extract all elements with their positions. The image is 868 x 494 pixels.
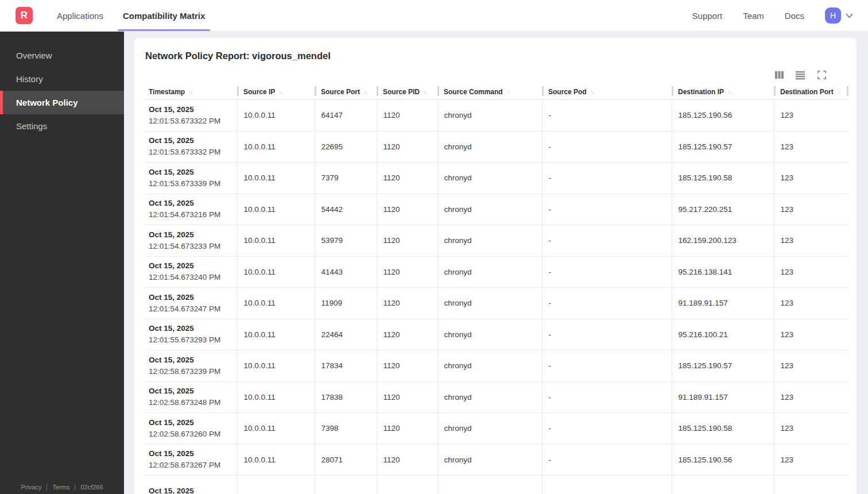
sidebar-item-settings[interactable]: Settings bbox=[0, 114, 124, 138]
cell-source-command: chronyd bbox=[437, 444, 542, 476]
user-menu[interactable]: H bbox=[825, 7, 854, 24]
nav-link-team[interactable]: Team bbox=[743, 11, 764, 21]
cell-source-port: 28071 bbox=[315, 444, 377, 476]
timestamp-time: 12:01:54.673233 PM bbox=[149, 241, 232, 252]
cell-dest-ip: 162.159.200.123 bbox=[672, 225, 774, 257]
timestamp-time: 12:01:53.673332 PM bbox=[149, 146, 232, 158]
cell-source-port: 41443 bbox=[315, 256, 377, 288]
cell-source-port: 7398 bbox=[315, 413, 377, 445]
cell-source-pod: - bbox=[542, 194, 672, 225]
cell-dest-port: 123 bbox=[774, 350, 848, 382]
cell-source-ip: 10.0.0.11 bbox=[237, 131, 315, 163]
tab-compatibility-matrix[interactable]: Compatibility Matrix bbox=[118, 0, 210, 31]
timestamp-cell: Oct 15, 202512:02:58.673260 PM bbox=[145, 413, 237, 445]
cell-source-port: 22464 bbox=[315, 319, 377, 350]
sidebar-footer: Privacy Terms 02cf266 bbox=[0, 484, 124, 491]
cell-source-command: chronyd bbox=[437, 100, 542, 132]
sidebar-item-overview[interactable]: Overview bbox=[0, 44, 124, 67]
cell-source-command: chronyd bbox=[437, 256, 542, 288]
column-header-label: Source Pod bbox=[548, 88, 587, 96]
sort-icon[interactable]: ↑↓ bbox=[278, 89, 282, 95]
cell-source-command: chronyd bbox=[437, 350, 542, 382]
cell-dest-port: 123 bbox=[774, 225, 848, 257]
cell-source-pid: 1120 bbox=[377, 288, 437, 319]
cell-source-pod: - bbox=[542, 288, 672, 319]
network-policy-table: Timestamp↑↓Source IP↑↓Source Port↑↓Sourc… bbox=[145, 85, 848, 494]
column-header[interactable]: Source Command↑↓ bbox=[437, 85, 542, 100]
cell-source-pod: - bbox=[542, 225, 672, 257]
cell-source-pod: - bbox=[542, 381, 672, 413]
sort-icon[interactable]: ↑↓ bbox=[837, 89, 840, 95]
timestamp-cell: Oct 15, 202512:01:53.673339 PM bbox=[145, 163, 237, 194]
column-header[interactable]: Destination Port↑↓ bbox=[774, 85, 848, 100]
report-card: Network Policy Report: vigorous_mendel T… bbox=[134, 38, 857, 494]
avatar[interactable]: H bbox=[825, 7, 841, 24]
cell-source-command bbox=[437, 476, 542, 494]
cell-source-ip: 10.0.0.11 bbox=[237, 350, 315, 382]
nav-link-support[interactable]: Support bbox=[692, 11, 723, 21]
nav-link-docs[interactable]: Docs bbox=[785, 11, 804, 21]
timestamp-time: 12:01:55.673293 PM bbox=[149, 334, 232, 346]
cell-source-ip: 10.0.0.11 bbox=[237, 163, 315, 194]
sort-icon[interactable]: ↑↓ bbox=[727, 89, 731, 95]
table-row: Oct 15, 202512:01:54.673240 PM10.0.0.114… bbox=[145, 256, 848, 288]
sort-icon[interactable]: ↑↓ bbox=[363, 89, 367, 95]
column-header[interactable]: Source IP↑↓ bbox=[237, 85, 315, 100]
sort-icon[interactable]: ↑↓ bbox=[188, 89, 192, 95]
sidebar: Overview History Network Policy Settings… bbox=[0, 32, 124, 494]
column-header[interactable]: Source PID↑↓ bbox=[377, 85, 437, 100]
cell-dest-ip: 95.217.220.251 bbox=[672, 194, 774, 225]
cell-source-port: 54442 bbox=[315, 194, 377, 225]
cell-source-ip: 10.0.0.11 bbox=[237, 194, 315, 225]
cell-dest-port: 123 bbox=[774, 256, 848, 288]
tab-applications[interactable]: Applications bbox=[52, 0, 108, 31]
privacy-link[interactable]: Privacy bbox=[21, 484, 41, 491]
cell-source-command: chronyd bbox=[437, 163, 542, 194]
cell-source-pid: 1120 bbox=[377, 413, 437, 445]
timestamp-cell: Oct 15, 202512:01:54.673240 PM bbox=[145, 256, 237, 288]
cell-source-port: 17834 bbox=[315, 350, 377, 382]
sort-icon[interactable]: ↑↓ bbox=[590, 89, 594, 95]
timestamp-date: Oct 15, 2025 bbox=[149, 417, 232, 429]
table-row: Oct 15, 202512:01:54.673233 PM10.0.0.115… bbox=[145, 225, 848, 257]
cell-dest-port: 123 bbox=[774, 288, 848, 319]
expand-icon[interactable] bbox=[816, 70, 827, 80]
sort-icon[interactable]: ↑↓ bbox=[506, 89, 510, 95]
rows-icon[interactable] bbox=[795, 70, 805, 80]
table-row: Oct 15, 202512:02:58.673260 PM10.0.0.117… bbox=[145, 413, 848, 445]
cell-source-pid: 1120 bbox=[377, 194, 437, 225]
timestamp-cell: Oct 15, 202512:01:53.673322 PM bbox=[145, 100, 237, 132]
app-logo[interactable]: R bbox=[16, 7, 33, 24]
cell-source-ip bbox=[237, 476, 315, 494]
cell-dest-ip: 95.216.138.141 bbox=[672, 256, 774, 288]
cell-source-pid: 1120 bbox=[377, 256, 437, 288]
chevron-down-icon[interactable] bbox=[845, 11, 854, 20]
sidebar-item-network-policy[interactable]: Network Policy bbox=[0, 91, 124, 114]
column-header[interactable]: Destination IP↑↓ bbox=[672, 85, 774, 100]
columns-icon[interactable] bbox=[774, 70, 784, 80]
page-title: Network Policy Report: vigorous_mendel bbox=[145, 51, 848, 61]
sidebar-item-history[interactable]: History bbox=[0, 67, 124, 91]
cell-dest-port: 123 bbox=[774, 319, 848, 350]
timestamp-date: Oct 15, 2025 bbox=[149, 135, 232, 146]
terms-link[interactable]: Terms bbox=[52, 484, 69, 491]
cell-source-pod: - bbox=[542, 100, 672, 132]
column-header[interactable]: Source Port↑↓ bbox=[315, 85, 377, 100]
cell-dest-ip: 185.125.190.56 bbox=[672, 100, 774, 132]
column-header[interactable]: Source Pod↑↓ bbox=[542, 85, 672, 100]
cell-dest-ip: 185.125.190.58 bbox=[672, 413, 774, 445]
cell-source-port: 53979 bbox=[315, 225, 377, 257]
table-row: Oct 15, 2025 bbox=[145, 476, 848, 494]
footer-divider bbox=[46, 484, 47, 491]
table-row: Oct 15, 202512:01:54.673216 PM10.0.0.115… bbox=[145, 194, 848, 225]
cell-source-pid: 1120 bbox=[377, 100, 437, 132]
cell-source-port: 11909 bbox=[315, 288, 377, 319]
cell-dest-ip: 185.125.190.57 bbox=[672, 350, 774, 382]
table-toolbar bbox=[145, 70, 848, 80]
cell-source-ip: 10.0.0.11 bbox=[237, 225, 315, 257]
table-row: Oct 15, 202512:02:58.673239 PM10.0.0.111… bbox=[145, 350, 848, 382]
column-header[interactable]: Timestamp↑↓ bbox=[145, 85, 237, 100]
cell-source-port: 7379 bbox=[315, 163, 377, 194]
cell-source-pid: 1120 bbox=[377, 163, 437, 194]
sort-icon[interactable]: ↑↓ bbox=[423, 89, 427, 95]
